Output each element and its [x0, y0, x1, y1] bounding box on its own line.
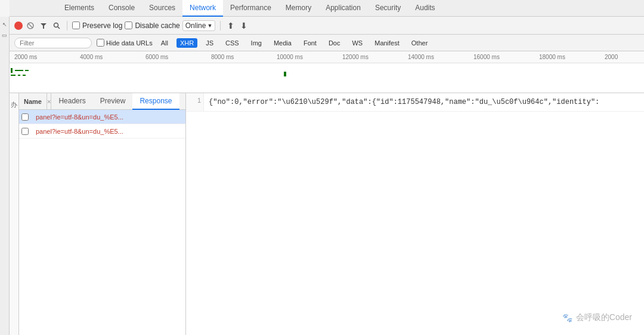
- request-row-2-name: panel?ie=utf-8&un=du_%E5...: [31, 128, 185, 135]
- tab-console[interactable]: Console: [101, 0, 142, 17]
- svg-point-3: [54, 23, 58, 27]
- toolbar-separator: [67, 21, 67, 30]
- preserve-log-label[interactable]: Preserve log: [72, 21, 122, 30]
- name-column-header: Name: [19, 93, 47, 109]
- download-icon: ⬇: [240, 21, 247, 30]
- tab-security[interactable]: Security: [368, 0, 408, 17]
- bar-segment-5: [18, 75, 20, 76]
- filter-icon: [40, 22, 47, 29]
- detail-tab-response[interactable]: Response: [132, 93, 179, 110]
- stop-icon: [27, 22, 34, 29]
- ruler-mark-8: 18000 ms: [539, 54, 565, 60]
- svg-line-1: [28, 23, 33, 28]
- details-panel: 1 {"no":0,"error":"\u6210\u529f","data":…: [186, 93, 644, 335]
- filter-xhr-btn[interactable]: XHR: [177, 38, 197, 48]
- svg-marker-2: [41, 23, 47, 29]
- timeline-area: 2000 ms 4000 ms 6000 ms 8000 ms 10000 ms…: [10, 51, 644, 93]
- filter-button[interactable]: [38, 20, 49, 31]
- device-icon: ▭: [1, 31, 9, 39]
- ruler-mark-9: 2000: [605, 54, 618, 60]
- filter-img-btn[interactable]: Img: [247, 38, 265, 48]
- network-toolbar: Preserve log Disable cache Online ▼ ⬆ ⬇: [10, 17, 644, 35]
- filter-all-btn[interactable]: All: [157, 38, 172, 48]
- watermark: 🐾 会呼吸的Coder: [562, 312, 632, 323]
- filter-bar: Hide data URLs All XHR JS CSS Img Media …: [10, 35, 644, 51]
- tab-performance[interactable]: Performance: [223, 0, 278, 17]
- tab-sources[interactable]: Sources: [142, 0, 182, 17]
- timeline-bar-row-1: [11, 68, 29, 73]
- filter-other-btn[interactable]: Other: [408, 38, 432, 48]
- timeline-ruler: 2000 ms 4000 ms 6000 ms 8000 ms 10000 ms…: [10, 51, 644, 63]
- detail-tab-preview[interactable]: Preview: [93, 93, 133, 110]
- timeline-bar-row-2: [11, 75, 29, 76]
- network-throttle-dropdown[interactable]: Online ▼: [182, 20, 216, 31]
- bar-segment-6: [23, 75, 26, 76]
- bar-segment-3: [25, 70, 29, 71]
- tab-memory[interactable]: Memory: [278, 0, 318, 17]
- timeline-bar-remote: [284, 72, 286, 76]
- bar-segment-4: [11, 75, 16, 76]
- disable-cache-label[interactable]: Disable cache: [125, 21, 179, 30]
- filter-css-btn[interactable]: CSS: [222, 38, 243, 48]
- ruler-mark-2: 6000 ms: [145, 54, 168, 60]
- svg-line-4: [58, 27, 60, 29]
- tab-audits[interactable]: Audits: [408, 0, 442, 17]
- ruler-mark-5: 12000 ms: [342, 54, 369, 60]
- line-number: 1: [186, 93, 204, 111]
- bar-segment-2: [15, 70, 23, 71]
- request-row-2[interactable]: panel?ie=utf-8&un=du_%E5...: [19, 124, 185, 139]
- response-row: 1 {"no":0,"error":"\u6210\u529f","data":…: [186, 93, 644, 112]
- filter-input[interactable]: [14, 38, 92, 48]
- hide-data-urls-checkbox[interactable]: [97, 39, 104, 47]
- request-list: Name × Headers Preview Response: [19, 93, 186, 335]
- filter-ws-btn[interactable]: WS: [348, 38, 366, 48]
- record-button[interactable]: [14, 21, 23, 30]
- upload-button[interactable]: ⬆: [225, 20, 236, 31]
- tab-application[interactable]: Application: [318, 0, 368, 17]
- main-content: 办 Name × Headers: [10, 93, 644, 335]
- upload-icon: ⬆: [227, 21, 234, 30]
- request-row-1[interactable]: panel?ie=utf-8&un=du_%E5...: [19, 110, 185, 124]
- watermark-text: 会呼吸的Coder: [576, 312, 632, 323]
- devtools-tab-bar: Elements Console Sources Network Perform…: [10, 0, 644, 17]
- watermark-icon: 🐾: [562, 313, 572, 322]
- request-row-1-checkbox[interactable]: [21, 113, 29, 121]
- devtools-window: ↖ ▭ Elements Console Sources Network Per…: [0, 0, 644, 335]
- response-content: {"no":0,"error":"\u6210\u529f","data":{"…: [204, 93, 644, 111]
- search-button[interactable]: [51, 20, 62, 31]
- ruler-mark-4: 10000 ms: [277, 54, 303, 60]
- left-edge-panel: 办: [10, 93, 19, 335]
- tab-network[interactable]: Network: [182, 0, 223, 17]
- tab-elements[interactable]: Elements: [57, 0, 101, 17]
- timeline-bars-group: [11, 68, 29, 76]
- ruler-mark-6: 14000 ms: [408, 54, 434, 60]
- filter-media-btn[interactable]: Media: [270, 38, 295, 48]
- ruler-mark-0: 2000 ms: [14, 54, 37, 60]
- filter-doc-btn[interactable]: Doc: [325, 38, 344, 48]
- search-icon: [53, 22, 60, 29]
- timeline-bars: [10, 63, 644, 93]
- chevron-down-icon: ▼: [207, 23, 212, 29]
- preserve-log-checkbox[interactable]: [72, 21, 80, 29]
- detail-tab-headers[interactable]: Headers: [51, 93, 92, 110]
- filter-js-btn[interactable]: JS: [202, 38, 217, 48]
- stop-button[interactable]: [25, 20, 36, 31]
- toolbar-separator-2: [220, 21, 221, 30]
- filter-font-btn[interactable]: Font: [300, 38, 320, 48]
- ruler-mark-1: 4000 ms: [80, 54, 103, 60]
- ruler-mark-7: 16000 ms: [473, 54, 500, 60]
- hide-data-urls-label[interactable]: Hide data URLs: [97, 39, 153, 47]
- request-row-2-checkbox[interactable]: [21, 128, 29, 135]
- ruler-mark-3: 8000 ms: [211, 54, 234, 60]
- bar-segment-1: [11, 68, 13, 73]
- disable-cache-checkbox[interactable]: [125, 21, 132, 29]
- filter-manifest-btn[interactable]: Manifest: [371, 38, 403, 48]
- close-panel-button[interactable]: ×: [47, 93, 51, 109]
- request-row-1-name: panel?ie=utf-8&un=du_%E5...: [31, 113, 185, 121]
- combined-header: Name × Headers Preview Response: [19, 93, 185, 110]
- download-button[interactable]: ⬇: [239, 20, 249, 31]
- cursor-icon: ↖: [1, 20, 9, 29]
- side-icons-panel: ↖ ▭: [0, 17, 10, 335]
